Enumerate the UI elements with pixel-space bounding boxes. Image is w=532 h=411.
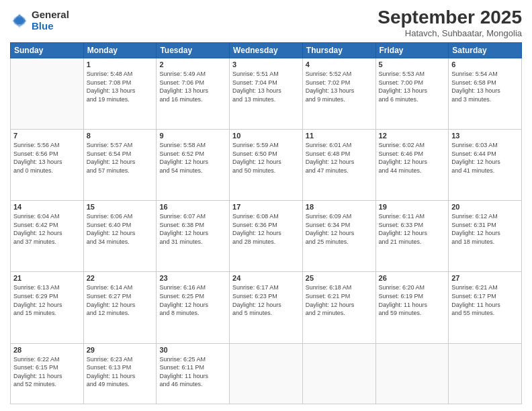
title-block: September 2025 Hatavch, Suhbaatar, Mongo…: [378, 7, 522, 38]
day-number: 16: [159, 203, 226, 211]
calendar-cell: 22Sunrise: 6:14 AM Sunset: 6:27 PM Dayli…: [83, 272, 157, 343]
calendar-cell: 2Sunrise: 5:49 AM Sunset: 7:06 PM Daylig…: [157, 58, 230, 130]
day-info: Sunrise: 5:57 AM Sunset: 6:54 PM Dayligh…: [87, 141, 154, 175]
day-number: 4: [306, 60, 373, 68]
calendar-cell: 26Sunrise: 6:20 AM Sunset: 6:19 PM Dayli…: [375, 272, 449, 343]
day-number: 19: [379, 203, 446, 211]
calendar-table: Sunday Monday Tuesday Wednesday Thursday…: [10, 42, 522, 404]
calendar-cell: 4Sunrise: 5:52 AM Sunset: 7:02 PM Daylig…: [302, 58, 375, 130]
day-number: 7: [13, 132, 81, 140]
calendar-cell: 6Sunrise: 5:54 AM Sunset: 6:58 PM Daylig…: [449, 58, 522, 130]
calendar-cell: 29Sunrise: 6:23 AM Sunset: 6:13 PM Dayli…: [83, 343, 157, 404]
week-row-4: 21Sunrise: 6:13 AM Sunset: 6:29 PM Dayli…: [11, 272, 522, 343]
day-number: 15: [87, 203, 154, 211]
day-info: Sunrise: 5:54 AM Sunset: 6:58 PM Dayligh…: [451, 70, 519, 103]
day-info: Sunrise: 6:18 AM Sunset: 6:21 PM Dayligh…: [306, 283, 373, 317]
day-info: Sunrise: 5:58 AM Sunset: 6:52 PM Dayligh…: [159, 141, 226, 175]
day-info: Sunrise: 5:59 AM Sunset: 6:50 PM Dayligh…: [232, 141, 300, 175]
day-number: 21: [13, 274, 81, 282]
day-number: 3: [232, 60, 300, 68]
calendar-cell: 15Sunrise: 6:06 AM Sunset: 6:40 PM Dayli…: [83, 201, 157, 272]
day-number: 6: [451, 60, 519, 68]
day-info: Sunrise: 6:17 AM Sunset: 6:23 PM Dayligh…: [232, 283, 300, 317]
day-number: 27: [451, 274, 519, 282]
calendar-cell: [230, 343, 303, 404]
calendar-cell: 10Sunrise: 5:59 AM Sunset: 6:50 PM Dayli…: [230, 130, 303, 201]
calendar-cell: 23Sunrise: 6:16 AM Sunset: 6:25 PM Dayli…: [157, 272, 230, 343]
day-info: Sunrise: 5:48 AM Sunset: 7:08 PM Dayligh…: [87, 70, 154, 103]
calendar-header-row: Sunday Monday Tuesday Wednesday Thursday…: [11, 43, 522, 58]
day-info: Sunrise: 6:16 AM Sunset: 6:25 PM Dayligh…: [159, 283, 226, 317]
logo-text: General Blue: [32, 9, 69, 32]
day-info: Sunrise: 6:20 AM Sunset: 6:19 PM Dayligh…: [379, 283, 446, 317]
calendar-cell: 9Sunrise: 5:58 AM Sunset: 6:52 PM Daylig…: [157, 130, 230, 201]
calendar-cell: 13Sunrise: 6:03 AM Sunset: 6:44 PM Dayli…: [449, 130, 522, 201]
day-number: 26: [379, 274, 446, 282]
calendar-cell: 17Sunrise: 6:08 AM Sunset: 6:36 PM Dayli…: [230, 201, 303, 272]
day-info: Sunrise: 6:08 AM Sunset: 6:36 PM Dayligh…: [232, 212, 300, 246]
day-info: Sunrise: 6:09 AM Sunset: 6:34 PM Dayligh…: [306, 212, 373, 246]
day-number: 29: [87, 346, 154, 354]
logo: General Blue: [10, 9, 69, 32]
day-info: Sunrise: 6:22 AM Sunset: 6:15 PM Dayligh…: [13, 355, 81, 389]
calendar-cell: 1Sunrise: 5:48 AM Sunset: 7:08 PM Daylig…: [83, 58, 157, 130]
calendar-cell: 20Sunrise: 6:12 AM Sunset: 6:31 PM Dayli…: [449, 201, 522, 272]
calendar-cell: 19Sunrise: 6:11 AM Sunset: 6:33 PM Dayli…: [375, 201, 449, 272]
day-info: Sunrise: 6:25 AM Sunset: 6:11 PM Dayligh…: [159, 355, 226, 389]
day-number: 9: [159, 132, 226, 140]
location: Hatavch, Suhbaatar, Mongolia: [378, 28, 522, 38]
day-number: 12: [379, 132, 446, 140]
day-info: Sunrise: 5:56 AM Sunset: 6:56 PM Dayligh…: [13, 141, 81, 175]
calendar-cell: 25Sunrise: 6:18 AM Sunset: 6:21 PM Dayli…: [302, 272, 375, 343]
header-thursday: Thursday: [302, 43, 375, 58]
calendar-cell: [375, 343, 449, 404]
logo-blue: Blue: [32, 21, 69, 32]
page: General Blue September 2025 Hatavch, Suh…: [0, 0, 532, 411]
month-title: September 2025: [378, 7, 522, 28]
day-info: Sunrise: 5:53 AM Sunset: 7:00 PM Dayligh…: [379, 70, 446, 103]
day-info: Sunrise: 5:51 AM Sunset: 7:04 PM Dayligh…: [232, 70, 300, 103]
calendar-cell: [449, 343, 522, 404]
week-row-1: 1Sunrise: 5:48 AM Sunset: 7:08 PM Daylig…: [11, 58, 522, 130]
day-number: 13: [451, 132, 519, 140]
calendar-cell: 27Sunrise: 6:21 AM Sunset: 6:17 PM Dayli…: [449, 272, 522, 343]
day-number: 8: [87, 132, 154, 140]
logo-general: General: [32, 9, 69, 21]
calendar-cell: 18Sunrise: 6:09 AM Sunset: 6:34 PM Dayli…: [302, 201, 375, 272]
calendar-cell: 14Sunrise: 6:04 AM Sunset: 6:42 PM Dayli…: [11, 201, 84, 272]
day-info: Sunrise: 5:49 AM Sunset: 7:06 PM Dayligh…: [159, 70, 226, 103]
calendar-cell: 7Sunrise: 5:56 AM Sunset: 6:56 PM Daylig…: [11, 130, 84, 201]
week-row-5: 28Sunrise: 6:22 AM Sunset: 6:15 PM Dayli…: [11, 343, 522, 404]
day-info: Sunrise: 6:23 AM Sunset: 6:13 PM Dayligh…: [87, 355, 154, 389]
day-number: 1: [87, 60, 154, 68]
header-friday: Friday: [375, 43, 449, 58]
header-monday: Monday: [83, 43, 157, 58]
day-info: Sunrise: 6:11 AM Sunset: 6:33 PM Dayligh…: [379, 212, 446, 246]
day-number: 22: [87, 274, 154, 282]
day-info: Sunrise: 6:01 AM Sunset: 6:48 PM Dayligh…: [306, 141, 373, 175]
day-info: Sunrise: 6:14 AM Sunset: 6:27 PM Dayligh…: [87, 283, 154, 317]
header-wednesday: Wednesday: [230, 43, 303, 58]
calendar-cell: 21Sunrise: 6:13 AM Sunset: 6:29 PM Dayli…: [11, 272, 84, 343]
day-number: 28: [13, 346, 81, 354]
day-number: 17: [232, 203, 300, 211]
day-number: 30: [159, 346, 226, 354]
day-number: 5: [379, 60, 446, 68]
logo-icon: [10, 11, 29, 30]
calendar-cell: 3Sunrise: 5:51 AM Sunset: 7:04 PM Daylig…: [230, 58, 303, 130]
week-row-3: 14Sunrise: 6:04 AM Sunset: 6:42 PM Dayli…: [11, 201, 522, 272]
day-number: 25: [306, 274, 373, 282]
day-number: 24: [232, 274, 300, 282]
day-info: Sunrise: 6:07 AM Sunset: 6:38 PM Dayligh…: [159, 212, 226, 246]
calendar-cell: 24Sunrise: 6:17 AM Sunset: 6:23 PM Dayli…: [230, 272, 303, 343]
day-info: Sunrise: 5:52 AM Sunset: 7:02 PM Dayligh…: [306, 70, 373, 103]
day-info: Sunrise: 6:06 AM Sunset: 6:40 PM Dayligh…: [87, 212, 154, 246]
calendar-cell: 5Sunrise: 5:53 AM Sunset: 7:00 PM Daylig…: [375, 58, 449, 130]
day-number: 20: [451, 203, 519, 211]
header-sunday: Sunday: [11, 43, 84, 58]
day-info: Sunrise: 6:12 AM Sunset: 6:31 PM Dayligh…: [451, 212, 519, 246]
day-number: 14: [13, 203, 81, 211]
day-number: 18: [306, 203, 373, 211]
day-number: 2: [159, 60, 226, 68]
day-number: 11: [306, 132, 373, 140]
